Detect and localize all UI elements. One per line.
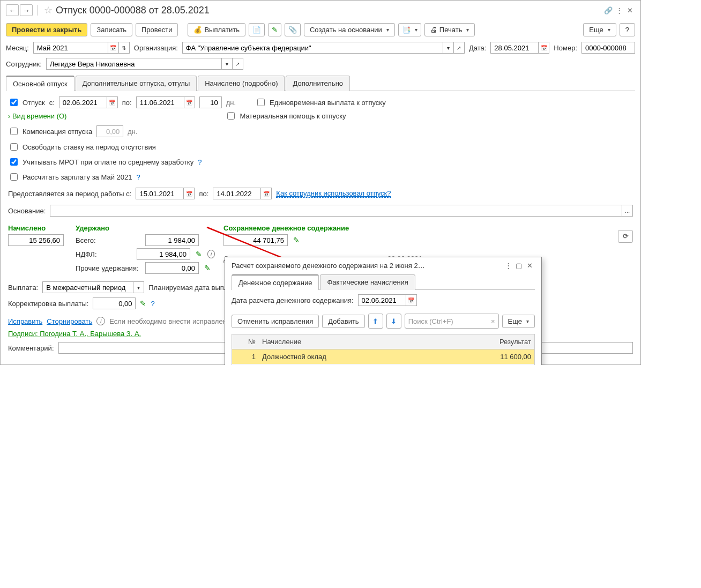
calendar-icon[interactable]: 📅 [108,42,119,54]
info-icon[interactable]: i [207,250,215,258]
compensation-checkbox[interactable]: Компенсация отпуска [8,126,92,137]
approve-button[interactable]: Провести [136,23,178,36]
tab-allowance[interactable]: Денежное содержание [232,274,319,290]
tab-main-leave[interactable]: Основной отпуск [6,76,74,91]
emp-dropdown-icon[interactable]: ▾ [222,58,233,70]
employee-input[interactable] [46,58,222,70]
close-icon[interactable]: ✕ [524,262,535,270]
recalc-checkbox[interactable]: Рассчитать зарплату за Май 2021 [8,172,132,182]
calendar-icon[interactable]: 📅 [539,42,549,54]
material-help-checkbox[interactable]: Материальная помощь к отпуску [225,110,346,121]
fix-link[interactable]: Исправить [8,317,42,325]
correction-label: Корректировка выплаты: [8,300,88,308]
signatures-link[interactable]: Подписи: Погодина Т. А., Барышева З. А. [8,330,141,338]
kebab-icon[interactable]: ⋮ [614,6,624,14]
popup-more-button[interactable]: Еще [502,315,535,328]
planned-date-label: Планируемая дата выпл [148,284,228,292]
other-withheld-value[interactable] [145,262,199,274]
kebab-icon[interactable]: ⋮ [503,262,513,270]
payout-select[interactable] [42,281,133,293]
date-input[interactable] [490,42,539,54]
edit-icon[interactable]: ✎ [293,236,300,244]
table-row[interactable]: 2Оклад за классный чин1 201,75 [232,364,534,366]
favorite-icon[interactable]: ☆ [44,4,53,16]
calendar-icon[interactable]: 📅 [261,188,272,199]
vacation-checkbox[interactable]: Отпуск [8,97,45,108]
tab-accrued[interactable]: Начислено (подробно) [198,76,285,91]
approve-close-button[interactable]: Провести и закрыть [6,23,87,36]
create-based-button[interactable]: Создать на основании [304,23,395,36]
move-up-button[interactable]: ⬆ [368,314,383,329]
edit-icon[interactable]: ✎ [204,264,211,272]
maximize-icon[interactable]: ▢ [513,262,524,270]
time-type-link[interactable]: › Вид времени (О) [8,112,66,120]
edit-icon[interactable]: ✎ [196,250,202,258]
month-stepper[interactable]: ⇅ [119,42,130,54]
chevron-down-icon[interactable]: ▾ [133,281,144,293]
calc-date-input[interactable] [358,294,406,306]
print-button[interactable]: 🖨 Печать [424,23,475,36]
work-to-label: по: [199,190,208,198]
accrued-value[interactable] [8,234,64,246]
link-icon[interactable]: 🔗 [603,6,614,14]
calendar-icon[interactable]: 📅 [406,294,417,306]
add-button[interactable]: Добавить [322,315,364,328]
edit-icon[interactable]: ✎ [140,299,146,308]
attach-icon[interactable]: 📎 [285,23,301,36]
doc-icon[interactable]: 📄 [249,23,265,36]
basis-input[interactable] [50,205,622,217]
vacation-to-input[interactable] [136,96,184,108]
month-input[interactable] [33,42,108,54]
accrual-table[interactable]: № Начисление Результат 1Должностной окла… [232,334,535,365]
correction-help-link[interactable]: ? [151,300,154,308]
forward-button[interactable]: → [20,4,33,16]
back-button[interactable]: ← [6,4,19,16]
search-input[interactable]: Поиск (Ctrl+F)× [405,314,499,329]
mrot-help-link[interactable]: ? [198,158,202,166]
close-icon[interactable]: ✕ [624,6,635,14]
correction-value[interactable] [93,297,136,309]
undo-button[interactable]: Отменить исправления [232,315,319,328]
compensation-days-input[interactable] [96,125,123,137]
calendar-icon[interactable]: 📅 [184,96,195,108]
org-input[interactable] [182,42,443,54]
copy-button[interactable]: 📑 [398,23,421,36]
mrot-checkbox[interactable]: Учитывать МРОТ при оплате по среднему за… [8,157,193,167]
save-button[interactable]: Записать [91,23,132,36]
calendar-icon[interactable]: 📅 [107,96,118,108]
titlebar: ← → ☆ Отпуск 0000-000088 от 28.05.2021 🔗… [1,1,640,20]
vacation-days-input[interactable] [199,96,222,108]
table-row[interactable]: 1Должностной оклад11 600,00 [232,349,534,364]
org-open-icon[interactable]: ↗ [454,42,465,54]
tab-additional[interactable]: Дополнительно [286,76,350,91]
ndfl-value[interactable] [137,248,190,260]
move-down-button[interactable]: ⬇ [386,314,401,329]
one-time-payment-checkbox[interactable]: Единовременная выплата к отпуску [255,97,386,108]
help-button[interactable]: ? [620,23,635,36]
tab-actual-accruals[interactable]: Фактические начисления [320,274,415,290]
total-withheld-value[interactable] [145,234,199,246]
work-from-input[interactable] [136,188,184,199]
usage-link[interactable]: Как сотрудник использовал отпуск? [276,189,391,198]
info-icon[interactable]: i [96,317,105,325]
release-position-checkbox[interactable]: Освободить ставку на период отсутствия [8,142,156,152]
saved-allowance-value[interactable] [223,234,288,246]
refresh-button[interactable]: ⟳ [618,230,633,243]
days-unit: дн. [226,99,236,107]
org-dropdown-icon[interactable]: ▾ [443,42,454,54]
work-to-input[interactable] [213,188,261,199]
number-input[interactable] [581,42,635,54]
reverse-link[interactable]: Сторнировать [47,317,92,325]
emp-open-icon[interactable]: ↗ [233,58,243,70]
recalc-help-link[interactable]: ? [136,173,140,181]
edit-doc-icon[interactable]: ✎ [268,23,281,36]
col-accrual: Начисление [259,334,470,349]
calendar-icon[interactable]: 📅 [184,188,195,199]
clear-icon[interactable]: × [491,317,495,325]
saved-allowance-heading: Сохраняемое денежное содержание [223,224,349,232]
pay-button[interactable]: 💰 Выплатить [188,23,245,36]
tab-extra-leave[interactable]: Дополнительные отпуска, отгулы [76,76,197,91]
more-button[interactable]: Еще [583,23,616,36]
basis-more-icon[interactable]: … [622,205,633,217]
vacation-from-input[interactable] [59,96,107,108]
